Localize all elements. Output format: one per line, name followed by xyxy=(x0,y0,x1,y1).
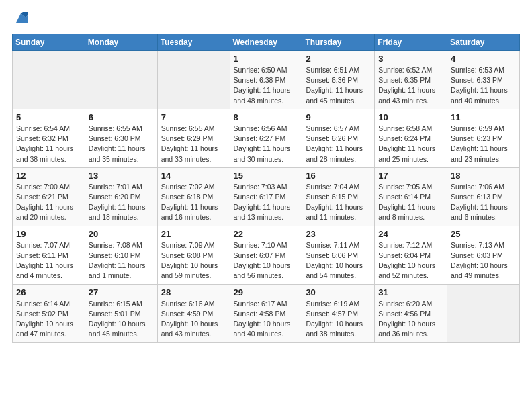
day-info: Sunrise: 6:53 AM Sunset: 6:33 PM Dayligh… xyxy=(451,65,516,106)
weekday-header-thursday: Thursday xyxy=(302,34,375,51)
day-number: 14 xyxy=(161,171,226,181)
calendar-cell: 15Sunrise: 7:03 AM Sunset: 6:17 PM Dayli… xyxy=(230,167,302,226)
day-info: Sunrise: 6:19 AM Sunset: 4:57 PM Dayligh… xyxy=(306,299,371,340)
day-info: Sunrise: 6:55 AM Sunset: 6:30 PM Dayligh… xyxy=(89,124,154,165)
calendar-cell: 6Sunrise: 6:55 AM Sunset: 6:30 PM Daylig… xyxy=(85,109,157,167)
day-info: Sunrise: 6:20 AM Sunset: 4:56 PM Dayligh… xyxy=(378,299,443,340)
day-number: 28 xyxy=(161,287,226,298)
day-number: 16 xyxy=(306,171,371,181)
calendar-cell: 9Sunrise: 6:57 AM Sunset: 6:26 PM Daylig… xyxy=(302,109,375,167)
logo-icon xyxy=(13,11,28,26)
calendar-cell: 13Sunrise: 7:01 AM Sunset: 6:20 PM Dayli… xyxy=(85,167,157,226)
day-number: 17 xyxy=(378,171,443,181)
calendar-cell: 29Sunrise: 6:17 AM Sunset: 4:58 PM Dayli… xyxy=(230,284,302,342)
day-info: Sunrise: 6:17 AM Sunset: 4:58 PM Dayligh… xyxy=(234,299,299,340)
day-info: Sunrise: 7:07 AM Sunset: 6:11 PM Dayligh… xyxy=(16,240,81,281)
calendar-cell xyxy=(85,51,157,109)
day-number: 4 xyxy=(451,54,516,64)
calendar-cell: 30Sunrise: 6:19 AM Sunset: 4:57 PM Dayli… xyxy=(302,284,375,342)
page-container: SundayMondayTuesdayWednesdayThursdayFrid… xyxy=(0,0,532,349)
day-number: 23 xyxy=(306,229,371,239)
day-info: Sunrise: 7:04 AM Sunset: 6:15 PM Dayligh… xyxy=(306,182,371,223)
day-info: Sunrise: 6:15 AM Sunset: 5:01 PM Dayligh… xyxy=(89,299,154,340)
day-number: 31 xyxy=(378,287,443,298)
calendar-cell xyxy=(13,51,85,109)
calendar-table: SundayMondayTuesdayWednesdayThursdayFrid… xyxy=(12,34,520,342)
day-number: 1 xyxy=(234,54,299,64)
calendar-cell: 2Sunrise: 6:51 AM Sunset: 6:36 PM Daylig… xyxy=(302,51,375,109)
calendar-cell: 10Sunrise: 6:58 AM Sunset: 6:24 PM Dayli… xyxy=(375,109,447,167)
calendar-cell: 19Sunrise: 7:07 AM Sunset: 6:11 PM Dayli… xyxy=(13,226,85,284)
weekday-header-sunday: Sunday xyxy=(13,34,85,51)
weekday-header-friday: Friday xyxy=(375,34,447,51)
day-number: 10 xyxy=(378,112,443,122)
calendar-cell: 26Sunrise: 6:14 AM Sunset: 5:02 PM Dayli… xyxy=(13,284,85,342)
day-info: Sunrise: 6:57 AM Sunset: 6:26 PM Dayligh… xyxy=(306,124,371,165)
day-info: Sunrise: 7:12 AM Sunset: 6:04 PM Dayligh… xyxy=(378,240,443,281)
day-info: Sunrise: 6:50 AM Sunset: 6:38 PM Dayligh… xyxy=(234,65,299,106)
day-info: Sunrise: 6:58 AM Sunset: 6:24 PM Dayligh… xyxy=(378,124,443,165)
day-info: Sunrise: 7:02 AM Sunset: 6:18 PM Dayligh… xyxy=(161,182,226,223)
day-info: Sunrise: 6:59 AM Sunset: 6:23 PM Dayligh… xyxy=(451,124,516,165)
day-info: Sunrise: 6:51 AM Sunset: 6:36 PM Dayligh… xyxy=(306,65,371,106)
calendar-cell: 18Sunrise: 7:06 AM Sunset: 6:13 PM Dayli… xyxy=(447,167,520,226)
day-number: 27 xyxy=(89,287,154,298)
weekday-header-wednesday: Wednesday xyxy=(230,34,302,51)
page-header xyxy=(12,12,520,26)
day-info: Sunrise: 6:56 AM Sunset: 6:27 PM Dayligh… xyxy=(234,124,299,165)
day-info: Sunrise: 6:55 AM Sunset: 6:29 PM Dayligh… xyxy=(161,124,226,165)
calendar-cell: 7Sunrise: 6:55 AM Sunset: 6:29 PM Daylig… xyxy=(157,109,230,167)
calendar-cell: 20Sunrise: 7:08 AM Sunset: 6:10 PM Dayli… xyxy=(85,226,157,284)
calendar-cell: 31Sunrise: 6:20 AM Sunset: 4:56 PM Dayli… xyxy=(375,284,447,342)
day-info: Sunrise: 7:05 AM Sunset: 6:14 PM Dayligh… xyxy=(378,182,443,223)
day-number: 6 xyxy=(89,112,154,122)
day-number: 8 xyxy=(234,112,299,122)
weekday-header-row: SundayMondayTuesdayWednesdayThursdayFrid… xyxy=(13,34,520,51)
calendar-cell: 16Sunrise: 7:04 AM Sunset: 6:15 PM Dayli… xyxy=(302,167,375,226)
day-number: 22 xyxy=(234,229,299,239)
calendar-cell: 28Sunrise: 6:16 AM Sunset: 4:59 PM Dayli… xyxy=(157,284,230,342)
day-number: 25 xyxy=(451,229,516,239)
day-number: 2 xyxy=(306,54,371,64)
day-number: 30 xyxy=(306,287,371,298)
day-number: 15 xyxy=(234,171,299,181)
calendar-cell: 25Sunrise: 7:13 AM Sunset: 6:03 PM Dayli… xyxy=(447,226,520,284)
day-number: 20 xyxy=(89,229,154,239)
calendar-cell: 5Sunrise: 6:54 AM Sunset: 6:32 PM Daylig… xyxy=(13,109,85,167)
calendar-cell: 8Sunrise: 6:56 AM Sunset: 6:27 PM Daylig… xyxy=(230,109,302,167)
calendar-cell: 12Sunrise: 7:00 AM Sunset: 6:21 PM Dayli… xyxy=(13,167,85,226)
calendar-cell: 14Sunrise: 7:02 AM Sunset: 6:18 PM Dayli… xyxy=(157,167,230,226)
day-number: 29 xyxy=(234,287,299,298)
day-number: 21 xyxy=(161,229,226,239)
day-number: 9 xyxy=(306,112,371,122)
calendar-cell: 23Sunrise: 7:11 AM Sunset: 6:06 PM Dayli… xyxy=(302,226,375,284)
weekday-header-saturday: Saturday xyxy=(447,34,520,51)
day-info: Sunrise: 7:11 AM Sunset: 6:06 PM Dayligh… xyxy=(306,240,371,281)
logo xyxy=(12,12,28,26)
calendar-cell: 3Sunrise: 6:52 AM Sunset: 6:35 PM Daylig… xyxy=(375,51,447,109)
calendar-cell xyxy=(157,51,230,109)
day-number: 24 xyxy=(378,229,443,239)
calendar-cell xyxy=(447,284,520,342)
day-number: 13 xyxy=(89,171,154,181)
day-info: Sunrise: 6:52 AM Sunset: 6:35 PM Dayligh… xyxy=(378,65,443,106)
calendar-cell: 4Sunrise: 6:53 AM Sunset: 6:33 PM Daylig… xyxy=(447,51,520,109)
day-info: Sunrise: 7:08 AM Sunset: 6:10 PM Dayligh… xyxy=(89,240,154,281)
weekday-header-tuesday: Tuesday xyxy=(157,34,230,51)
day-info: Sunrise: 7:09 AM Sunset: 6:08 PM Dayligh… xyxy=(161,240,226,281)
calendar-cell: 1Sunrise: 6:50 AM Sunset: 6:38 PM Daylig… xyxy=(230,51,302,109)
calendar-week-1: 1Sunrise: 6:50 AM Sunset: 6:38 PM Daylig… xyxy=(13,51,520,109)
day-number: 12 xyxy=(16,171,81,181)
calendar-week-3: 12Sunrise: 7:00 AM Sunset: 6:21 PM Dayli… xyxy=(13,167,520,226)
day-number: 11 xyxy=(451,112,516,122)
calendar-cell: 17Sunrise: 7:05 AM Sunset: 6:14 PM Dayli… xyxy=(375,167,447,226)
day-info: Sunrise: 7:06 AM Sunset: 6:13 PM Dayligh… xyxy=(451,182,516,223)
day-info: Sunrise: 6:14 AM Sunset: 5:02 PM Dayligh… xyxy=(16,299,81,340)
day-info: Sunrise: 6:54 AM Sunset: 6:32 PM Dayligh… xyxy=(16,124,81,165)
calendar-week-4: 19Sunrise: 7:07 AM Sunset: 6:11 PM Dayli… xyxy=(13,226,520,284)
day-number: 19 xyxy=(16,229,81,239)
day-info: Sunrise: 7:10 AM Sunset: 6:07 PM Dayligh… xyxy=(234,240,299,281)
calendar-week-5: 26Sunrise: 6:14 AM Sunset: 5:02 PM Dayli… xyxy=(13,284,520,342)
calendar-cell: 27Sunrise: 6:15 AM Sunset: 5:01 PM Dayli… xyxy=(85,284,157,342)
day-info: Sunrise: 7:03 AM Sunset: 6:17 PM Dayligh… xyxy=(234,182,299,223)
